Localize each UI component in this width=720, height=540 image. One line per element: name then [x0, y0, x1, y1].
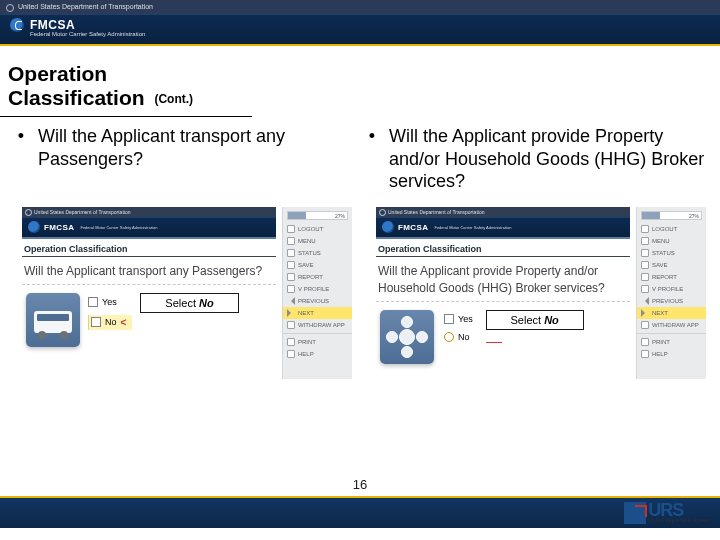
menu-report[interactable]: REPORT	[283, 271, 352, 283]
mini-brandbar: FMCSA Federal Motor Carrier Safety Admin…	[376, 217, 630, 239]
brand-bar: FMCSA Federal Motor Carrier Safety Admin…	[0, 14, 720, 46]
menu-next[interactable]: NEXT	[637, 307, 706, 319]
urs-mark-icon	[624, 502, 646, 524]
slide-title: Operation Classification (Cont.)	[0, 58, 252, 117]
menu-report[interactable]: REPORT	[637, 271, 706, 283]
option-no-highlight[interactable]: No <	[88, 315, 132, 330]
bullet-right: • Will the Applicant provide Property an…	[365, 125, 706, 193]
bullet-left: • Will the Applicant transport any Passe…	[14, 125, 355, 170]
title-cont: (Cont.)	[154, 92, 193, 106]
fmcsa-logo-icon	[10, 18, 24, 32]
brand-name: FMCSA	[30, 18, 75, 32]
menu-previous[interactable]: PREVIOUS	[637, 295, 706, 307]
menu-status[interactable]: STATUS	[283, 247, 352, 259]
menu-save[interactable]: SAVE	[283, 259, 352, 271]
mini-section-title: Operation Classification	[22, 239, 276, 257]
mini-logo-icon	[382, 221, 394, 233]
screenshot-left: United States Department of Transportati…	[14, 207, 352, 379]
mini-question-left: Will the Applicant transport any Passeng…	[22, 257, 276, 285]
menu-save[interactable]: SAVE	[637, 259, 706, 271]
menu-logout[interactable]: LOGOUT	[283, 223, 352, 235]
mini-logo-icon	[28, 221, 40, 233]
option-yes[interactable]: Yes	[444, 314, 476, 324]
bullet-columns: • Will the Applicant transport any Passe…	[0, 117, 720, 193]
select-no-callout: Select No	[486, 310, 584, 330]
menu-previous[interactable]: PREVIOUS	[283, 295, 352, 307]
brand-subtitle: Federal Motor Carrier Safety Administrat…	[30, 31, 720, 37]
menu-withdraw[interactable]: WITHDRAW APP	[637, 319, 706, 331]
menu-profile[interactable]: V PROFILE	[283, 283, 352, 295]
menu-menu[interactable]: MENU	[637, 235, 706, 247]
mini-topbar: United States Department of Transportati…	[376, 207, 630, 217]
mini-section-title: Operation Classification	[376, 239, 630, 257]
title-main: Operation Classification	[8, 62, 145, 109]
mini-topbar: United States Department of Transportati…	[22, 207, 276, 217]
mini-sidebar: 27% LOGOUT MENU STATUS SAVE REPORT V PRO…	[282, 207, 352, 379]
option-no[interactable]: No	[444, 332, 476, 342]
bus-icon	[26, 293, 80, 347]
menu-profile[interactable]: V PROFILE	[637, 283, 706, 295]
progress-bar: 27%	[287, 211, 348, 220]
menu-logout[interactable]: LOGOUT	[637, 223, 706, 235]
screenshot-row: United States Department of Transportati…	[0, 193, 720, 379]
page-topbar: United States Department of Transportati…	[0, 0, 720, 14]
menu-help[interactable]: HELP	[283, 348, 352, 360]
mini-brandbar: FMCSA Federal Motor Carrier Safety Admin…	[22, 217, 276, 239]
menu-next[interactable]: NEXT	[283, 307, 352, 319]
menu-help[interactable]: HELP	[637, 348, 706, 360]
option-yes[interactable]: Yes	[88, 297, 132, 307]
footer-bar	[0, 496, 720, 528]
menu-status[interactable]: STATUS	[637, 247, 706, 259]
mini-sidebar: 27% LOGOUT MENU STATUS SAVE REPORT V PRO…	[636, 207, 706, 379]
broker-network-icon	[380, 310, 434, 364]
mini-question-right: Will the Applicant provide Property and/…	[376, 257, 630, 303]
urs-logo: URS Unified Registration System	[624, 502, 710, 524]
caret-icon: <	[121, 317, 127, 328]
menu-menu[interactable]: MENU	[283, 235, 352, 247]
menu-print[interactable]: PRINT	[637, 336, 706, 348]
screenshot-right: United States Department of Transportati…	[368, 207, 706, 379]
menu-withdraw[interactable]: WITHDRAW APP	[283, 319, 352, 331]
progress-bar: 27%	[641, 211, 702, 220]
select-no-callout: Select No	[140, 293, 238, 313]
page-number: 16	[353, 477, 367, 492]
menu-print[interactable]: PRINT	[283, 336, 352, 348]
